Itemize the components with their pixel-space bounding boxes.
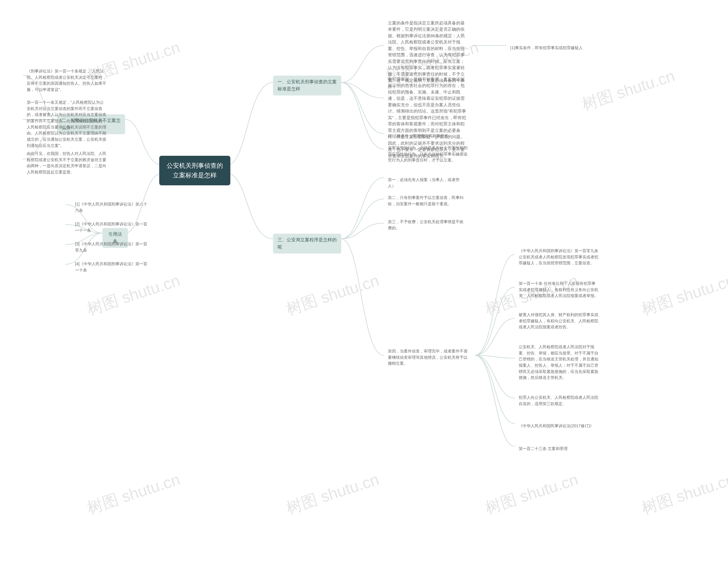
ref-2: [2]《中华人民共和国刑事诉讼法》第一百一十一条	[71, 218, 154, 236]
watermark: 树图 shutu.cn	[483, 469, 581, 519]
b1-n4: 立案追究的行为，必须是具有社会危害性和刑罚应罚性的行为，只有当这种犯罪事实确需追…	[384, 142, 472, 166]
b2-n3: 由此可见，在我国，控告人对人民法院、人民检察院或者公安机关不予立案的救济途径主要…	[23, 148, 111, 178]
branch-3[interactable]: 三、公安局立案程序是怎样的呢	[273, 234, 341, 254]
b2-n2: 第一百一十一条又规定，"人民检察院认为公安机关对应当立案侦查的案件而不立案侦查的…	[23, 97, 111, 152]
watermark: 树图 shutu.cn	[284, 469, 382, 519]
watermark: 树图 shutu.cn	[639, 469, 728, 519]
watermark: 树图 shutu.cn	[639, 270, 728, 320]
branch-1[interactable]: 一、公安机关刑事侦查的立案标准是怎样	[273, 76, 341, 96]
b3-n4-4: 公安机关、人民检察院或者人民法院对于报案、控告、举报，都应当接受。对于不属于自己…	[515, 341, 603, 384]
watermark: 树图 shutu.cn	[579, 65, 678, 115]
b3-n4-1: 《中华人民共和国刑事诉讼法》第一百零九条 公安机关或者人民检察院发现犯罪事实或者…	[515, 245, 603, 269]
b3-n3: 第三，不予收费，公安机关处理事情是不收费的。	[384, 216, 469, 234]
b1-n3: (2)法律条件，即需要追究刑事责任	[384, 130, 464, 142]
watermark: 树图 shutu.cn	[84, 469, 183, 519]
ref-4: [4]《中华人民共和国刑事诉讼法》第一百一十条	[71, 258, 154, 276]
b3-n2: 第二，只有刑事案件予以立案侦查，民事纠纷，治安案件一般都只是留个案底。	[384, 192, 469, 210]
ref-1: [1]《中华人民共和国刑事诉讼法》第八十六条	[71, 198, 154, 216]
b2-n1: 《刑事诉讼法》第一百一十条规定，"人民法院、人民检察院或者公安机关决定不立案时，…	[23, 65, 111, 96]
b1-n1a: (1)事实条件，即有犯罪事实或犯罪嫌疑人	[506, 42, 589, 54]
b3-n1: 第一，必须先有人报案（当事人，或者旁人）	[384, 174, 469, 192]
watermark: 树图 shutu.cn	[284, 270, 382, 320]
b3-n4-3: 被害人对侵犯其人身、财产权利的犯罪事实或者犯罪嫌疑人，有权向公安机关、人民检察院…	[515, 309, 603, 333]
watermark: 树图 shutu.cn	[84, 270, 183, 320]
b3-n4-7: 第一百二十三条 立案和受理	[515, 443, 589, 455]
root-node[interactable]: 公安机关刑事侦查的立案标准是怎样	[159, 156, 230, 185]
b3-n4-5: 犯罪人向公安机关、人民检察院或者人民法院自首的，适用第三款规定。	[515, 392, 603, 409]
ref-3: [3]《中华人民共和国刑事诉讼法》第一百零九条	[71, 238, 154, 256]
b3-n4-2: 第一百一十条 任何单位和个人发现有犯罪事实或者犯罪嫌疑人，有权利也有义务向公安机…	[515, 278, 603, 302]
b3-n4-6: 《中华人民共和国民事诉讼法(2017修订)》	[515, 420, 603, 432]
b3-n4: 第四，当案件侦查，审理完毕，或者案件不需要继续侦查审理等其他情况，公安机关将予以…	[384, 345, 475, 370]
